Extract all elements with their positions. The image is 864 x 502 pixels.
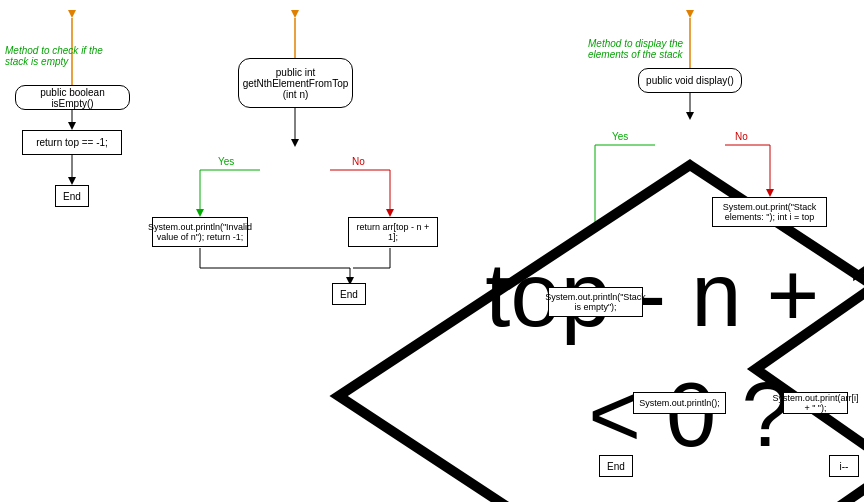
diamond-condition-1: top - n + 1 < 0 ? (258, 145, 332, 195)
annotation-isempty: Method to check if the stack is empty (5, 45, 115, 67)
box-println: System.out.println(); (633, 392, 726, 414)
box-return-arr: return arr[top - n + 1]; (348, 217, 438, 247)
box-end-3: End (599, 455, 633, 477)
yes-label-1: Yes (218, 156, 234, 167)
box-print-arri: System.out.print(arr[i] + " "); (783, 392, 848, 414)
box-idecrement: i-- (829, 455, 859, 477)
arrowhead-2-3 (68, 177, 76, 185)
arrow-start-1 (68, 10, 76, 18)
box-stack-elements: System.out.print("Stack elements: "); in… (712, 197, 827, 227)
box-end-1: End (55, 185, 89, 207)
box-return-top: return top == -1; (22, 130, 122, 155)
annotation-display: Method to display the elements of the st… (588, 38, 718, 60)
arrowhead-yes (196, 209, 204, 217)
box-end-2: End (332, 283, 366, 305)
diamond-display-2: i >= 0 ? (735, 258, 805, 308)
box-getnth: public int getNthElementFromTop (int n) (238, 58, 353, 108)
box-isempty: public boolean isEmpty() (15, 85, 130, 110)
arrowhead-1-2 (68, 122, 76, 130)
box-display: public void display() (638, 68, 742, 93)
arrow-start-3 (686, 10, 694, 18)
box-invalid: System.out.println("Invalid value of n")… (152, 217, 248, 247)
yes-label-d1: Yes (612, 131, 628, 142)
arrow-start-2 (291, 10, 299, 18)
diamond-display-1: top == -1 ? (655, 118, 725, 168)
box-stack-empty: System.out.println("Stack is empty"); (548, 287, 643, 317)
